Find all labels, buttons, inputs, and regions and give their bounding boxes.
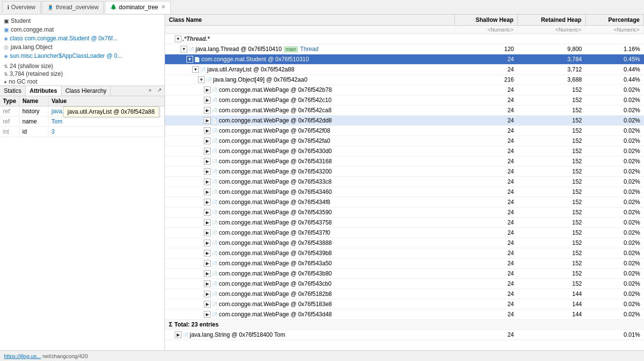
tree-row-webpage-18[interactable]: ▶ 📄 com.congge.mat.WebPage @ 0x76f543b80… (165, 269, 644, 279)
sigma-cell-retained (518, 320, 586, 329)
tree-row-webpage-11[interactable]: ▶ 📄 com.congge.mat.WebPage @ 0x76f5434f8… (165, 197, 644, 207)
tree-row-objectarr[interactable]: ▼ 📄 java.lang.Object[49] @ 0x76f542aa0 2… (165, 75, 644, 85)
webpage-expand-20[interactable]: ▶ (204, 291, 211, 297)
tree-item-class-student[interactable]: ◈ class com.congge.mat.Student @ 0x76f..… (4, 34, 161, 43)
tree-row-webpage-21[interactable]: ▶ 📄 com.congge.mat.WebPage @ 0x76f5183e8… (165, 299, 644, 309)
webpage-shallow-10: 24 (455, 187, 518, 197)
tree-row-webpage-1[interactable]: ▶ 📄 com.congge.mat.WebPage @ 0x76f542c10… (165, 95, 644, 105)
webpage-retained-4: 152 (518, 126, 586, 136)
webpage-retained-7: 152 (518, 156, 586, 166)
webpage-expand-18[interactable]: ▶ (204, 270, 211, 277)
attr-row-name[interactable]: ref name Tom (0, 117, 165, 127)
attr-btn-1[interactable]: » (146, 86, 154, 96)
webpage-expand-17[interactable]: ▶ (204, 260, 211, 267)
tree-row-filter[interactable]: ▼ .*Thread.* (165, 34, 644, 44)
webpage-expand-7[interactable]: ▶ (204, 158, 211, 165)
tree-row-webpage-4[interactable]: ▶ 📄 com.congge.mat.WebPage @ 0x76f542f08… (165, 126, 644, 136)
sigma-cell-pct (586, 320, 644, 329)
tree-row-webpage-13[interactable]: ▶ 📄 com.congge.mat.WebPage @ 0x76f543758… (165, 218, 644, 228)
arraylist-expand[interactable]: ▼ (192, 66, 199, 73)
tree-row-webpage-2[interactable]: ▶ 📄 com.congge.mat.WebPage @ 0x76f542ca8… (165, 105, 644, 116)
webpage-expand-11[interactable]: ▶ (204, 199, 211, 206)
tab-attributes[interactable]: Attributes (26, 86, 62, 96)
sub-col-shallow: <Numeric> (455, 26, 518, 34)
webpage-expand-16[interactable]: ▶ (204, 250, 211, 257)
tree-row-webpage-22[interactable]: ▶ 📄 com.congge.mat.WebPage @ 0x76f543d48… (165, 309, 644, 320)
webpage-expand-6[interactable]: ▶ (204, 148, 211, 155)
webpage-expand-10[interactable]: ▶ (204, 189, 211, 195)
webpage-expand-3[interactable]: ▶ (204, 117, 211, 124)
webpage-expand-2[interactable]: ▶ (204, 107, 211, 114)
webpage-pct-16: 0.02% (586, 248, 644, 258)
status-link[interactable]: https://jllog.us... (4, 353, 41, 359)
webpage-expand-12[interactable]: ▶ (204, 209, 211, 216)
webpage-retained-12: 152 (518, 207, 586, 217)
student-expand[interactable]: ▼ (186, 56, 193, 63)
attr-btn-2[interactable]: ↗ (154, 86, 165, 96)
webpage-expand-19[interactable]: ▶ (204, 280, 211, 287)
tree-row-webpage-8[interactable]: ▶ 📄 com.congge.mat.WebPage @ 0x76f543200… (165, 167, 644, 177)
webpage-expand-21[interactable]: ▶ (204, 301, 211, 308)
tree-row-webpage-9[interactable]: ▶ 📄 com.congge.mat.WebPage @ 0x76f5433c8… (165, 177, 644, 187)
webpage-expand-1[interactable]: ▶ (204, 97, 211, 103)
tree-item-congge-mat[interactable]: ▣ com.congge.mat (4, 25, 161, 34)
tree-row-webpage-5[interactable]: ▶ 📄 com.congge.mat.WebPage @ 0x76f542fa0… (165, 136, 644, 146)
tab-overview[interactable]: ℹ Overview (2, 1, 41, 14)
webpage-expand-14[interactable]: ▶ (204, 229, 211, 236)
tree-item-label-2: com.congge.mat (11, 26, 54, 33)
thread-expand[interactable]: ▼ (181, 46, 187, 52)
webpage-expand-4[interactable]: ▶ (204, 127, 211, 134)
tree-row-string[interactable]: ▶ 📄 java.lang.String @ 0x76f518400 Tom 2… (165, 330, 644, 340)
tree-row-webpage-15[interactable]: ▶ 📄 com.congge.mat.WebPage @ 0x76f543888… (165, 238, 644, 248)
tree-row-webpage-7[interactable]: ▶ 📄 com.congge.mat.WebPage @ 0x76f543168… (165, 156, 644, 167)
filter-expand[interactable]: ▼ (175, 35, 182, 42)
webpage-shallow-22: 24 (455, 309, 518, 319)
col-shallow[interactable]: Shallow Heap (455, 15, 518, 25)
tree-row-webpage-6[interactable]: ▶ 📄 com.congge.mat.WebPage @ 0x76f5430d0… (165, 146, 644, 156)
tree-cell-thread-shallow: 120 (455, 44, 518, 54)
tree-row-thread[interactable]: ▼ 📄 java.lang.Thread @ 0x76f510410 main … (165, 44, 644, 54)
string-expand[interactable]: ▶ (175, 331, 182, 338)
tree-row-webpage-10[interactable]: ▶ 📄 com.congge.mat.WebPage @ 0x76f543460… (165, 187, 644, 197)
tree-cell-filter-pct (586, 34, 644, 44)
dominator-icon: 🌲 (110, 4, 117, 10)
tree-row-webpage-14[interactable]: ▶ 📄 com.congge.mat.WebPage @ 0x76f5437f0… (165, 228, 644, 238)
sigma-text: Total: 23 entries (174, 321, 218, 328)
webpage-expand-22[interactable]: ▶ (204, 311, 211, 318)
webpage-retained-18: 152 (518, 269, 586, 278)
tab-close-button[interactable]: ✕ (161, 4, 165, 10)
tab-statics[interactable]: Statics (0, 86, 26, 96)
objarray-expand[interactable]: ▼ (198, 76, 205, 83)
tree-row-arraylist[interactable]: ▼ 📄 java.util.ArrayList @ 0x76f542a88 24… (165, 65, 644, 75)
tree-row-webpage-0[interactable]: ▶ 📄 com.congge.mat.WebPage @ 0x76f542b78… (165, 85, 644, 95)
tab-dominator-tree[interactable]: 🌲 dominator_tree ✕ (105, 1, 171, 14)
webpage-expand-5[interactable]: ▶ (204, 138, 211, 144)
attr-row-history[interactable]: ref history java.util.ArrayList @ 0x76f5… (0, 106, 165, 117)
tree-item-appclassloader[interactable]: ◈ sun.misc.Launcher$AppClassLoader @ 0..… (4, 52, 161, 60)
tree-row-student[interactable]: ▼ 📄 com.congge.mat.Student @ 0x76f510310… (165, 54, 644, 65)
tree-row-webpage-17[interactable]: ▶ 📄 com.congge.mat.WebPage @ 0x76f543a50… (165, 258, 644, 269)
tree-row-webpage-12[interactable]: ▶ 📄 com.congge.mat.WebPage @ 0x76f543590… (165, 207, 644, 218)
webpage-expand-8[interactable]: ▶ (204, 168, 211, 175)
webpage-expand-0[interactable]: ▶ (204, 86, 211, 93)
attr-table: Type Name Value ref history java.util.Ar… (0, 96, 165, 350)
webpage-expand-13[interactable]: ▶ (204, 219, 211, 226)
arraylist-icon: 📄 (200, 67, 206, 72)
webpage-expand-15[interactable]: ▶ (204, 240, 211, 246)
tab-thread-overview[interactable]: 🧵 thread_overview (42, 1, 104, 14)
webpage-expand-9[interactable]: ▶ (204, 178, 211, 185)
webpage-name-2: ▶ 📄 com.congge.mat.WebPage @ 0x76f542ca8 (165, 105, 455, 115)
tree-row-webpage-16[interactable]: ▶ 📄 com.congge.mat.WebPage @ 0x76f5439b8… (165, 248, 644, 258)
col-percentage[interactable]: Percentage (586, 15, 644, 25)
attr-row-id[interactable]: int id 3 (0, 127, 165, 137)
tree-row-webpage-3[interactable]: ▶ 📄 com.congge.mat.WebPage @ 0x76f542dd8… (165, 116, 644, 126)
webpage-pct-14: 0.02% (586, 228, 644, 238)
tab-class-hierarchy[interactable]: Class Hierarchy (62, 86, 111, 96)
webpage-pct-12: 0.02% (586, 207, 644, 217)
tree-row-webpage-19[interactable]: ▶ 📄 com.congge.mat.WebPage @ 0x76f543cb0… (165, 279, 644, 289)
col-retained[interactable]: Retained Heap (518, 15, 586, 25)
tree-item-student[interactable]: ▣ Student (4, 17, 161, 25)
tree-item-object[interactable]: ◎ java.lang.Object (4, 43, 161, 52)
attr-col-name: Name (19, 96, 49, 106)
tree-row-webpage-20[interactable]: ▶ 📄 com.congge.mat.WebPage @ 0x76f5182b8… (165, 289, 644, 299)
